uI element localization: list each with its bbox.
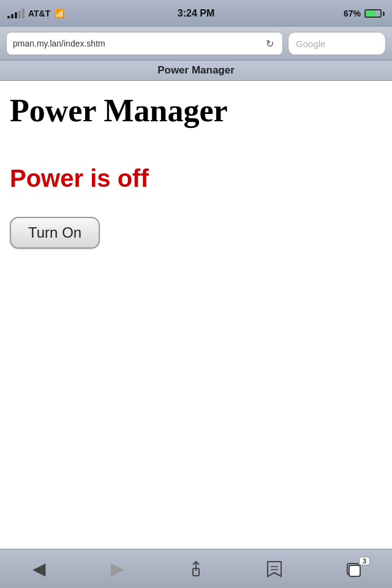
status-bar: AT&T 📶 3:24 PM 67%	[0, 0, 392, 27]
bookmarks-icon	[265, 560, 284, 578]
forward-button[interactable]: ▶	[98, 554, 137, 584]
signal-bar-2	[11, 14, 13, 18]
reload-button[interactable]: ↻	[263, 37, 276, 50]
share-button[interactable]	[176, 554, 216, 584]
signal-bar-4	[18, 10, 21, 18]
tabs-badge: 3	[359, 557, 370, 565]
battery-indicator	[364, 9, 385, 18]
browser-chrome: pman.my.lan/index.shtm ↻ Google	[0, 27, 392, 61]
url-bar[interactable]: pman.my.lan/index.shtm ↻	[6, 32, 283, 55]
url-text: pman.my.lan/index.shtm	[13, 39, 259, 48]
search-bar[interactable]: Google	[288, 32, 386, 55]
status-time: 3:24 PM	[178, 8, 214, 19]
share-icon	[187, 560, 205, 578]
status-right: 67%	[344, 9, 385, 18]
signal-bar-3	[15, 12, 17, 18]
page-title-bar: Power Manager	[0, 61, 392, 81]
battery-fill	[366, 10, 375, 17]
carrier-label: AT&T	[28, 9, 50, 18]
signal-bars	[7, 9, 24, 18]
bookmarks-button[interactable]	[255, 554, 294, 584]
back-button[interactable]: ◀	[20, 554, 59, 584]
search-placeholder: Google	[296, 39, 325, 49]
signal-bar-1	[7, 16, 10, 18]
battery-pct-label: 67%	[344, 9, 361, 18]
svg-rect-5	[349, 565, 360, 576]
tabs-button[interactable]: 3	[333, 554, 372, 584]
main-content: Power Manager Power is off Turn On	[0, 81, 392, 548]
power-status: Power is off	[10, 165, 382, 192]
signal-bar-5	[22, 9, 24, 18]
page-heading: Power Manager	[10, 93, 382, 128]
turn-on-button[interactable]: Turn On	[10, 217, 100, 249]
battery-tip	[383, 12, 385, 16]
forward-icon: ▶	[111, 559, 124, 579]
status-left: AT&T 📶	[7, 9, 64, 18]
back-icon: ◀	[32, 559, 46, 579]
wifi-icon: 📶	[54, 9, 64, 18]
bottom-toolbar: ◀ ▶ 3	[0, 549, 392, 588]
battery-body	[364, 9, 382, 18]
